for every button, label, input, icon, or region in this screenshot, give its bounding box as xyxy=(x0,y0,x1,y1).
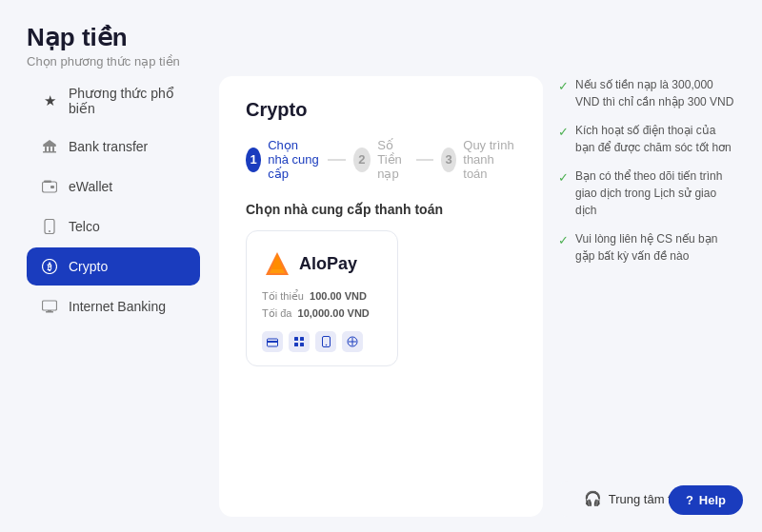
svg-rect-6 xyxy=(43,182,57,192)
info-item-1: ✓ Kích hoạt số điện thoại của bạn để đượ… xyxy=(558,122,735,156)
step-3-label: Quy trình thanhtoán xyxy=(463,138,516,181)
svg-point-26 xyxy=(325,345,327,346)
provider-name: AloPay xyxy=(299,254,357,274)
svg-rect-13 xyxy=(43,301,57,310)
svg-rect-4 xyxy=(43,151,56,153)
sidebar-item-label: Telco xyxy=(69,219,100,234)
headset-icon: 🎧 xyxy=(584,490,602,507)
info-item-0: ✓ Nếu số tiền nạp là 300,000 VND thì chỉ… xyxy=(558,76,735,110)
info-item-2: ✓ Bạn có thể theo dõi tiến trình giao dị… xyxy=(558,167,735,219)
star-icon: ★ xyxy=(40,91,59,110)
provider-min: 100.00 VND xyxy=(310,290,367,302)
step-3-circle: 3 xyxy=(441,148,456,172)
svg-rect-3 xyxy=(52,147,54,151)
sidebar-item-telco[interactable]: Telco xyxy=(27,207,200,246)
sidebar-item-label: eWallet xyxy=(69,179,112,194)
sidebar: ★ Phương thức phổ biến Bank transfer xyxy=(27,76,208,517)
info-text-1: Kích hoạt số điện thoại của bạn để được … xyxy=(575,122,735,156)
provider-logo: AloPay xyxy=(262,248,357,279)
svg-rect-1 xyxy=(45,147,47,151)
svg-rect-8 xyxy=(44,181,51,184)
step-2-label: Số Tiềnnạp xyxy=(377,138,409,181)
right-panel: ✓ Nếu số tiền nạp là 300,000 VND thì chỉ… xyxy=(554,76,735,517)
svg-point-10 xyxy=(49,230,50,232)
stepper: 1 Chọn nhà cungcấp 2 Số Tiềnnạp 3 Quy tr… xyxy=(246,138,516,181)
svg-rect-15 xyxy=(48,310,51,312)
section-label: Chọn nhà cung cấp thanh toán xyxy=(246,202,516,217)
info-text-0: Nếu số tiền nạp là 300,000 VND thì chỉ c… xyxy=(575,76,735,110)
mobile-payment-icon xyxy=(315,331,336,352)
step-1-label: Chọn nhà cungcấp xyxy=(268,138,320,181)
info-list: ✓ Nếu số tiền nạp là 300,000 VND thì chỉ… xyxy=(558,76,735,265)
alopay-icon xyxy=(262,248,292,279)
provider-info: Tối thiểu 100.00 VND Tối đa 10,000.00 VN… xyxy=(262,288,370,322)
svg-rect-0 xyxy=(43,145,56,147)
step-3: 3 Quy trình thanhtoán xyxy=(441,138,516,181)
info-item-3: ✓ Vui lòng liên hệ CS nếu bạn gặp bất kỳ… xyxy=(558,230,735,265)
svg-rect-22 xyxy=(300,337,304,341)
check-icon-0: ✓ xyxy=(558,77,569,96)
svg-rect-2 xyxy=(49,147,50,151)
grid-payment-icon xyxy=(289,331,310,352)
phone-icon xyxy=(40,217,59,236)
provider-payment-icons xyxy=(262,331,363,352)
crypto-icon: ₿ xyxy=(40,257,59,276)
internet-banking-icon xyxy=(40,297,59,316)
sidebar-item-label: Phương thức phổ biến xyxy=(69,86,187,116)
sidebar-item-bank-transfer[interactable]: Bank transfer xyxy=(27,128,200,166)
svg-rect-7 xyxy=(50,186,54,188)
sidebar-item-ewallet[interactable]: eWallet xyxy=(27,167,200,206)
help-float-label: Help xyxy=(699,493,726,507)
info-text-2: Bạn có thể theo dõi tiến trình giao dịch… xyxy=(575,167,735,219)
other-payment-icon xyxy=(342,331,363,352)
check-icon-1: ✓ xyxy=(558,123,569,142)
svg-rect-24 xyxy=(300,343,304,346)
step-1: 1 Chọn nhà cungcấp xyxy=(246,138,320,181)
svg-rect-21 xyxy=(294,337,298,341)
info-text-3: Vui lòng liên hệ CS nếu bạn gặp bất kỳ v… xyxy=(575,230,735,265)
wallet-icon xyxy=(40,177,59,196)
svg-rect-23 xyxy=(294,343,298,346)
provider-max: 10,000.00 VND xyxy=(298,307,370,319)
page-subtitle: Chọn phương thức nạp tiền xyxy=(27,54,735,69)
help-float-button[interactable]: ? Help xyxy=(669,485,743,515)
sidebar-item-label: Crypto xyxy=(69,259,108,274)
sidebar-item-internet-banking[interactable]: Internet Banking xyxy=(27,287,200,325)
sidebar-item-popular[interactable]: ★ Phương thức phổ biến xyxy=(27,76,200,126)
sidebar-item-label: Bank transfer xyxy=(69,139,148,154)
sidebar-item-crypto[interactable]: ₿ Crypto xyxy=(27,247,200,286)
bank-icon xyxy=(40,137,59,156)
svg-rect-20 xyxy=(268,341,278,343)
content-area: Crypto 1 Chọn nhà cungcấp 2 Số Tiềnnạp 3… xyxy=(219,76,543,517)
page-title: Nạp tiền xyxy=(27,23,735,52)
step-1-circle: 1 xyxy=(246,148,261,172)
step-divider-1 xyxy=(328,159,345,161)
content-title: Crypto xyxy=(246,99,516,121)
svg-marker-5 xyxy=(43,140,56,145)
sidebar-item-label: Internet Banking xyxy=(69,299,166,314)
step-divider-2 xyxy=(416,159,433,161)
svg-text:₿: ₿ xyxy=(47,262,52,272)
check-icon-2: ✓ xyxy=(558,168,569,187)
step-2: 2 Số Tiềnnạp xyxy=(353,138,410,181)
provider-card-alopay[interactable]: AloPay Tối thiểu 100.00 VND Tối đa 10,00… xyxy=(246,230,398,366)
check-icon-3: ✓ xyxy=(558,231,569,250)
bank-payment-icon xyxy=(262,331,283,352)
step-2-circle: 2 xyxy=(353,148,371,172)
help-float-icon: ? xyxy=(686,493,693,507)
